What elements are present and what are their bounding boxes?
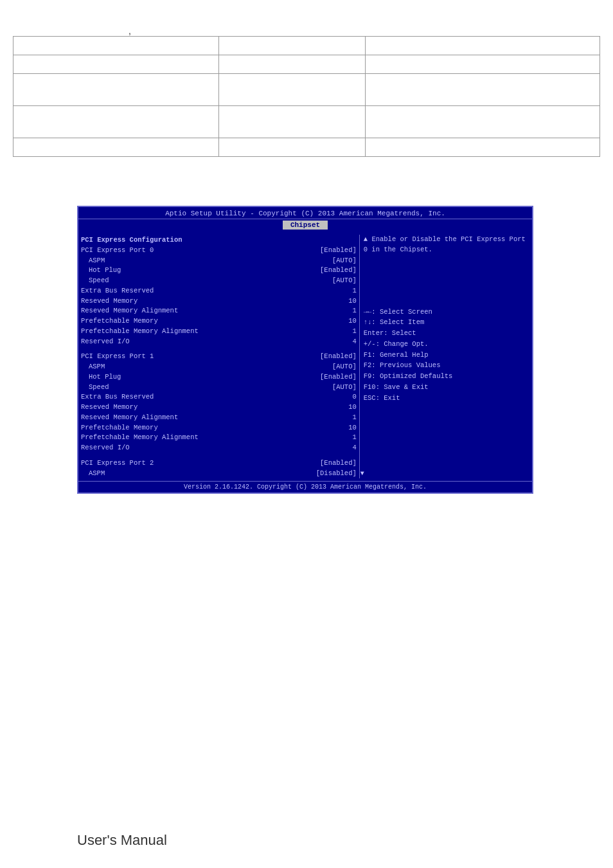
bios-item-aspm0[interactable]: ASPM [AUTO] [81,256,357,266]
key-esc: ESC: Exit [364,393,529,404]
bios-footer-text: Version 2.16.1242. Copyright (C) 2013 Am… [184,484,427,491]
table-cell [218,37,365,55]
table-cell [218,55,365,74]
bios-value: [AUTO] [332,362,357,372]
bios-value: [AUTO] [332,276,357,286]
key-select-item: ↑↓: Select Item [364,317,529,328]
bios-value: [Enabled] [320,266,357,276]
table-cell [13,55,219,74]
key-enter: Enter: Select [364,328,529,339]
table-cell [365,106,600,138]
bios-footer: Version 2.16.1242. Copyright (C) 2013 Am… [78,481,532,493]
table-row [13,138,600,157]
bios-key-legend: →←: Select Screen ↑↓: Select Item Enter:… [364,307,529,404]
bios-label: Extra Bus Reserved [81,286,154,296]
table-cell [365,138,600,157]
top-table [13,36,600,157]
bios-item-port0[interactable]: PCI Express Port 0 [Enabled] [81,246,357,256]
bios-value: 4 [352,337,356,347]
table-cell [365,74,600,106]
bios-item-resevmem0[interactable]: Reseved Memory 10 [81,296,357,307]
bios-label: Reseved Memory Alignment [81,413,178,423]
bios-label: Prefetchable Memory Alignment [81,433,199,443]
bios-value: [Enabled] [320,458,357,469]
bios-item-prefmemali1[interactable]: Prefetchable Memory Alignment 1 [81,433,357,443]
bios-value: [Enabled] [320,246,357,256]
bios-screenshot: Aptio Setup Utility - Copyright (C) 2013… [77,206,533,494]
bios-value: [AUTO] [332,383,357,393]
bios-item-aspm1[interactable]: ASPM [AUTO] [81,362,357,372]
bios-value: 4 [352,443,356,453]
bios-tab-chipset[interactable]: Chipset [283,221,328,230]
help-scroll-indicator: ▲ [364,235,368,243]
key-f2: F2: Previous Values [364,360,529,371]
bios-label: PCI Express Port 1 [81,352,154,362]
bios-value: 1 [352,306,356,316]
bios-item-port2[interactable]: PCI Express Port 2 [Enabled] [81,458,357,469]
table-row [13,74,600,106]
bios-value: 1 [352,413,356,423]
bios-item-resmemali0[interactable]: Reseved Memory Alignment 1 [81,306,357,316]
table-row [13,55,600,74]
bios-label: Reseved Memory [81,296,138,307]
bios-item-resio0[interactable]: Reserved I/O 4 [81,337,357,347]
bios-item-extrabus1[interactable]: Extra Bus Reserved 0 [81,392,357,402]
bios-item-speed1[interactable]: Speed [AUTO] [81,383,357,393]
table-cell [218,106,365,138]
pci-express-config-header: PCI Express Configuration [81,235,357,246]
users-manual-label: User's Manual [77,832,167,849]
bios-label: Prefetchable Memory [81,423,158,433]
bios-item-resmemali1[interactable]: Reseved Memory Alignment 1 [81,413,357,423]
bios-label: Reseved Memory Alignment [81,306,178,316]
key-select-screen: →←: Select Screen [364,307,529,318]
bios-label: Prefetchable Memory [81,316,158,327]
bios-body: PCI Express Configuration PCI Express Po… [78,231,532,481]
bios-label: Hot Plug [81,266,121,276]
table-cell [365,55,600,74]
bios-value: [Enabled] [320,372,357,383]
bios-value: 0 [352,392,356,402]
key-f10: F10: Save & Exit [364,382,529,393]
top-table-area: , [13,26,600,157]
bios-label: ASPM [81,362,105,372]
bios-item-resio1[interactable]: Reserved I/O 4 [81,443,357,453]
bios-item-hotplug0[interactable]: Hot Plug [Enabled] [81,266,357,276]
bios-title-bar: Aptio Setup Utility - Copyright (C) 2013… [78,207,532,219]
bios-value: 10 [348,316,357,327]
key-change-opt: +/-: Change Opt. [364,339,529,350]
table-cell [13,74,219,106]
table-cell [365,37,600,55]
bios-item-prefmem1[interactable]: Prefetchable Memory 10 [81,423,357,433]
comma-mark: , [129,26,131,36]
bios-item-prefmem0[interactable]: Prefetchable Memory 10 [81,316,357,327]
bios-label: Reserved I/O [81,337,130,347]
bios-value: 10 [348,296,357,307]
key-f1: F1: General Help [364,350,529,361]
bios-item-prefmemali0[interactable]: Prefetchable Memory Alignment 1 [81,327,357,337]
key-f9: F9: Optimized Defaults [364,371,529,382]
table-cell [218,138,365,157]
bios-title: Aptio Setup Utility - Copyright (C) 2013… [165,210,445,217]
bios-label: Speed [81,276,109,286]
bios-item-speed0[interactable]: Speed [AUTO] [81,276,357,286]
bios-item-resevmem1[interactable]: Reseved Memory 10 [81,402,357,413]
bios-label: ASPM [81,469,105,479]
bios-label: Prefetchable Memory Alignment [81,327,199,337]
bios-value: [Disabled] [316,469,357,479]
bios-label: Extra Bus Reserved [81,392,154,402]
bios-value: [Enabled] [320,352,357,362]
bios-label: PCI Express Port 0 [81,246,154,256]
bios-help-header: Enable or Disable the PCI Express Port 0… [364,235,526,253]
bios-item-hotplug1[interactable]: Hot Plug [Enabled] [81,372,357,383]
bios-value: 10 [348,423,357,433]
bios-value: [AUTO] [332,256,357,266]
bios-left-panel: PCI Express Configuration PCI Express Po… [81,235,359,478]
table-cell [13,106,219,138]
bios-label: PCI Express Port 2 [81,458,154,469]
bios-item-extrabus0[interactable]: Extra Bus Reserved 1 [81,286,357,296]
bios-item-aspm2[interactable]: ASPM [Disabled] ▼ [81,469,357,479]
bios-item-port1[interactable]: PCI Express Port 1 [Enabled] [81,352,357,362]
table-cell [13,138,219,157]
table-cell [13,37,219,55]
bios-label: Speed [81,383,109,393]
